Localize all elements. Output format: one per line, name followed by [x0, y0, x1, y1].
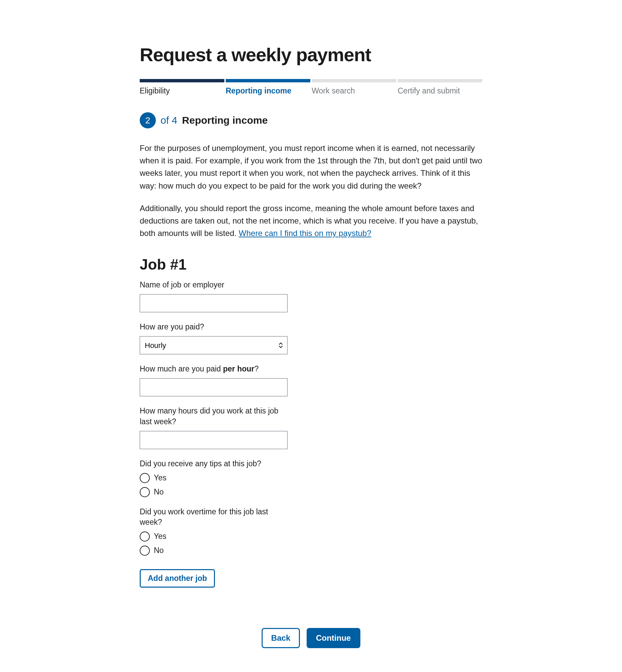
- step-bar: [226, 79, 310, 83]
- page-title: Request a weekly payment: [140, 44, 482, 66]
- step-label: Reporting income: [226, 86, 310, 95]
- step-reporting-income: Reporting income: [226, 79, 310, 95]
- job-name-label: Name of job or employer: [140, 280, 287, 290]
- overtime-radio-yes[interactable]: Yes: [140, 532, 482, 542]
- radio-icon: [140, 487, 150, 497]
- radio-label: Yes: [154, 532, 167, 541]
- step-number-badge: 2: [140, 112, 156, 128]
- pay-rate-label-bold: per hour: [223, 364, 254, 373]
- job-heading: Job #1: [140, 256, 482, 273]
- radio-label: No: [154, 546, 164, 555]
- tips-radio-no[interactable]: No: [140, 487, 482, 497]
- radio-label: Yes: [154, 473, 167, 482]
- pay-type-select[interactable]: Hourly: [140, 336, 287, 354]
- job-name-input[interactable]: [140, 294, 287, 312]
- tips-question: Did you receive any tips at this job?: [140, 458, 287, 469]
- pay-type-label: How are you paid?: [140, 322, 287, 332]
- paystub-help-link[interactable]: Where can I find this on my paystub?: [239, 229, 372, 238]
- pay-rate-label: How much are you paid per hour?: [140, 364, 287, 374]
- pay-rate-label-pre: How much are you paid: [140, 364, 223, 373]
- step-eligibility: Eligibility: [140, 79, 224, 95]
- step-heading: 2 of 4 Reporting income: [140, 112, 482, 128]
- step-label: Eligibility: [140, 86, 224, 95]
- step-label: Certify and submit: [398, 86, 482, 95]
- step-of-text: of 4: [161, 115, 177, 126]
- pay-rate-input[interactable]: [140, 378, 287, 396]
- radio-label: No: [154, 487, 164, 497]
- continue-button[interactable]: Continue: [307, 628, 360, 648]
- add-another-job-button[interactable]: Add another job: [140, 569, 215, 588]
- radio-icon: [140, 546, 150, 556]
- step-bar: [140, 79, 224, 83]
- pay-rate-label-post: ?: [254, 364, 258, 373]
- progress-stepper: Eligibility Reporting income Work search…: [140, 79, 482, 95]
- step-label: Work search: [312, 86, 396, 95]
- back-button[interactable]: Back: [262, 628, 300, 648]
- hours-label: How many hours did you work at this job …: [140, 406, 287, 426]
- step-bar: [312, 79, 396, 83]
- intro-paragraph-2: Additionally, you should report the gros…: [140, 202, 482, 240]
- intro-paragraph-1: For the purposes of unemployment, you mu…: [140, 142, 482, 192]
- tips-radio-yes[interactable]: Yes: [140, 473, 482, 483]
- radio-icon: [140, 473, 150, 483]
- radio-icon: [140, 532, 150, 542]
- footer-nav: Back Continue: [140, 628, 482, 648]
- step-work-search: Work search: [312, 79, 396, 95]
- overtime-question: Did you work overtime for this job last …: [140, 507, 287, 527]
- step-bar: [398, 79, 482, 83]
- step-certify-submit: Certify and submit: [398, 79, 482, 95]
- hours-input[interactable]: [140, 431, 287, 449]
- overtime-radio-no[interactable]: No: [140, 546, 482, 556]
- step-name: Reporting income: [182, 115, 268, 126]
